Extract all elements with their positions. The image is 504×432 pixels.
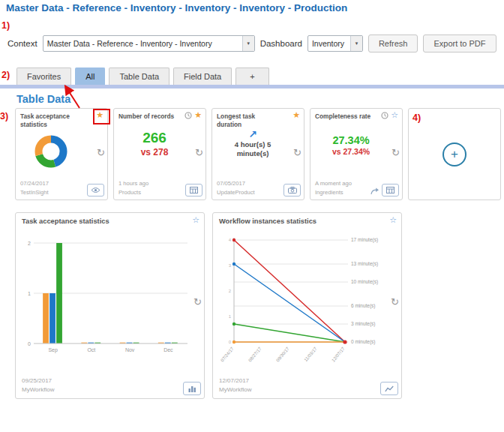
svg-text:Oct: Oct	[87, 347, 95, 352]
svg-text:11/03/17: 11/03/17	[303, 346, 318, 362]
widget-source: UpdateProduct	[217, 188, 255, 196]
favorite-star-icon[interactable]: ★	[292, 111, 300, 119]
svg-text:0: 0	[28, 341, 31, 346]
clock-icon	[381, 112, 388, 119]
refresh-icon[interactable]: ↻	[293, 148, 302, 158]
widget-value: 4 hour(s) 5 minute(s)	[228, 140, 278, 159]
svg-text:12/07/17: 12/07/17	[331, 346, 346, 362]
widget-source: Ingredients	[315, 188, 352, 196]
tab-bar: Favorites All Table Data Field Data +	[16, 68, 269, 85]
widget-task-acceptance-chart[interactable]: Task acceptance statistics ☆ 012SepOctNo…	[15, 212, 205, 399]
context-select-value: Master Data - Reference - Inventory - In…	[47, 39, 239, 48]
svg-text:13 minute(s): 13 minute(s)	[351, 261, 378, 267]
table-icon[interactable]	[185, 184, 202, 196]
widget-value-block: 27.34% vs 27.34%	[310, 134, 392, 156]
widget-source: MyWorkflow	[22, 386, 54, 394]
widget-title: Completeness rate	[315, 112, 380, 121]
dashboard-page: Master Data - Reference - Inventory - In…	[0, 0, 504, 432]
annotation-arrow-icon	[58, 81, 93, 111]
widget-comparison: vs 27.34%	[310, 147, 392, 156]
svg-text:3 minute(s): 3 minute(s)	[351, 321, 376, 327]
svg-text:1: 1	[229, 314, 232, 319]
context-select[interactable]: Master Data - Reference - Inventory - In…	[43, 35, 255, 52]
svg-text:4: 4	[229, 238, 232, 242]
widget-footer: A moment ago Ingredients	[315, 179, 352, 196]
svg-text:2: 2	[28, 241, 31, 246]
annotation-highlight-box	[93, 109, 110, 124]
widget-icons: ★	[292, 111, 300, 119]
widget-ago: A moment ago	[315, 179, 352, 188]
tab-add[interactable]: +	[236, 68, 268, 85]
svg-text:6 minute(s): 6 minute(s)	[351, 303, 376, 309]
annotation-4: 4)	[412, 112, 421, 123]
svg-text:0: 0	[229, 340, 232, 344]
line-chart: 17 minute(s)13 minute(s)10 minute(s)6 mi…	[218, 232, 398, 384]
widget-title: Longest task duration	[217, 112, 281, 129]
widget-date: 12/07/2017	[219, 376, 251, 386]
widget-number-of-records[interactable]: Number of records ★ 266 vs 278 ↻ 1 hours…	[113, 108, 206, 200]
svg-text:Dec: Dec	[164, 347, 173, 352]
refresh-icon[interactable]: ↻	[392, 148, 400, 158]
favorite-star-icon[interactable]: ☆	[192, 216, 200, 224]
svg-text:08/27/17: 08/27/17	[248, 346, 262, 362]
widget-footer: 09/25/2017 MyWorkflow	[22, 376, 54, 394]
widget-longest-task-duration[interactable]: Longest task duration ★ ↗ 4 hour(s) 5 mi…	[212, 108, 304, 200]
svg-text:07/24/17: 07/24/17	[220, 346, 235, 362]
widget-source: Products	[118, 188, 148, 196]
widget-icons: ☆	[381, 111, 398, 119]
widget-date: 07/24/2017	[20, 179, 49, 188]
widget-source: TestInSight	[20, 188, 49, 196]
clock-icon	[184, 112, 192, 119]
widget-title: Task acceptance statistics	[20, 112, 85, 129]
donut-chart	[31, 131, 71, 172]
annotation-1: 1)	[2, 20, 10, 31]
add-widget-button[interactable]: +	[442, 142, 466, 166]
context-bar: Context Master Data - Reference - Invent…	[8, 34, 496, 52]
widget-row-large: Task acceptance statistics ☆ 012SepOctNo…	[15, 212, 402, 399]
refresh-button[interactable]: Refresh	[368, 34, 418, 52]
widget-value-block: ↗ 4 hour(s) 5 minute(s)	[212, 128, 293, 159]
widget-completeness-rate[interactable]: Completeness rate ☆ 27.34% vs 27.34% ↻ A…	[310, 108, 403, 200]
widget-add-new[interactable]: +	[408, 108, 501, 200]
chevron-down-icon: ▼	[242, 36, 254, 51]
svg-text:1: 1	[28, 291, 31, 296]
widget-title: Number of records	[118, 112, 183, 121]
share-icon[interactable]	[370, 188, 380, 195]
dashboard-select-value: Inventory	[312, 39, 347, 48]
widget-comparison: vs 278	[114, 147, 195, 158]
refresh-icon[interactable]: ↻	[97, 148, 105, 158]
dashboard-select[interactable]: Inventory ▼	[308, 35, 363, 52]
export-pdf-button[interactable]: Export to PDF	[423, 34, 496, 52]
annotation-3: 3)	[0, 111, 8, 122]
widget-workflow-instances-chart[interactable]: Workflow instances statistics ☆ 17 minut…	[212, 212, 402, 399]
favorite-star-icon[interactable]: ☆	[389, 216, 397, 224]
widget-title: Workflow instances statistics	[219, 218, 395, 225]
widget-value: 27.34%	[310, 134, 392, 146]
widget-value-block: 266 vs 278	[114, 130, 195, 158]
line-chart-icon[interactable]	[380, 382, 398, 395]
svg-text:17 minute(s): 17 minute(s)	[351, 237, 378, 243]
tab-table-data[interactable]: Table Data	[109, 68, 170, 85]
widget-footer: 1 hours ago Products	[118, 179, 148, 196]
widget-footer: 07/05/2017 UpdateProduct	[217, 179, 255, 196]
refresh-icon[interactable]: ↻	[391, 297, 399, 307]
favorite-star-icon[interactable]: ☆	[391, 111, 398, 119]
eye-icon[interactable]	[87, 184, 104, 196]
widget-date: 07/05/2017	[217, 179, 255, 188]
refresh-icon[interactable]: ↻	[195, 148, 203, 158]
dashboard-label: Dashboard	[260, 39, 302, 48]
page-title: Master Data - Reference - Inventory - In…	[6, 2, 347, 14]
bar-chart-icon[interactable]	[183, 382, 201, 395]
favorite-star-icon[interactable]: ★	[194, 111, 202, 119]
tab-field-data[interactable]: Field Data	[173, 68, 232, 85]
svg-text:0 minute(s): 0 minute(s)	[351, 339, 376, 345]
camera-icon[interactable]	[284, 184, 301, 196]
refresh-icon[interactable]: ↻	[194, 297, 202, 307]
svg-text:09/30/17: 09/30/17	[275, 346, 290, 362]
widget-row-small: Task acceptance statistics ★ ↻ 07/24/201…	[15, 108, 501, 200]
svg-text:Sep: Sep	[48, 347, 58, 353]
bar-chart: 012SepOctNovDec	[19, 232, 195, 375]
table-icon[interactable]	[382, 184, 399, 196]
trend-up-icon: ↗	[212, 128, 293, 140]
widget-value: 266	[114, 130, 195, 146]
